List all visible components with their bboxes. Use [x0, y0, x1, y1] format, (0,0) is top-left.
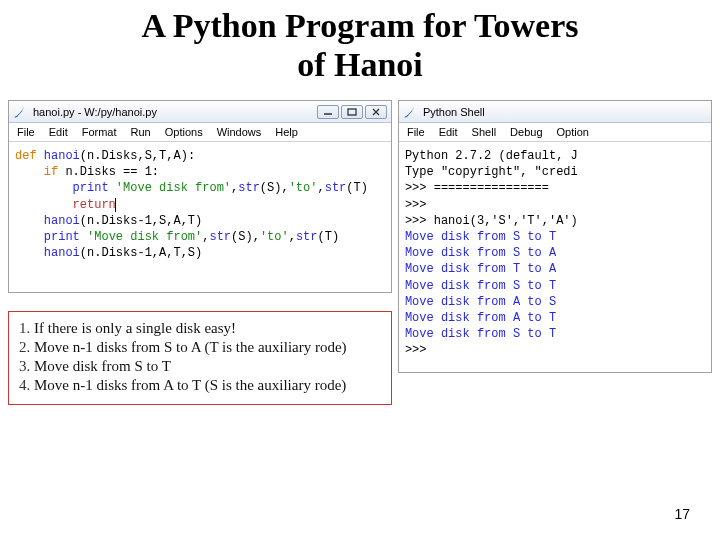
algorithm-box: If there is only a single disk easy! Mov…: [8, 311, 392, 405]
shell-menu-edit[interactable]: Edit: [439, 126, 458, 138]
text-cursor: [115, 198, 116, 212]
shell-menu-shell[interactable]: Shell: [472, 126, 496, 138]
menu-edit[interactable]: Edit: [49, 126, 68, 138]
maximize-button[interactable]: [341, 105, 363, 119]
shell-menu-file[interactable]: File: [407, 126, 425, 138]
title-line-1: A Python Program for Towers: [142, 7, 579, 44]
window-buttons: [317, 105, 387, 119]
algo-step-4: Move n-1 disks from A to T (S is the aux…: [17, 377, 383, 394]
editor-title: hanoi.py - W:/py/hanoi.py: [33, 106, 311, 118]
editor-titlebar: hanoi.py - W:/py/hanoi.py: [9, 101, 391, 123]
menu-run[interactable]: Run: [131, 126, 151, 138]
shell-output-area[interactable]: Python 2.7.2 (default, J Type "copyright…: [399, 142, 711, 372]
app-icon: [403, 105, 417, 119]
shell-out-7: Move disk from S to T: [405, 327, 556, 341]
algo-step-3: Move disk from S to T: [17, 358, 383, 375]
shell-titlebar: Python Shell: [399, 101, 711, 123]
menu-options[interactable]: Options: [165, 126, 203, 138]
shell-banner-2: Type "copyright", "credi: [405, 165, 578, 179]
title-line-2: of Hanoi: [297, 46, 423, 83]
app-icon: [13, 105, 27, 119]
shell-title: Python Shell: [423, 106, 707, 118]
shell-window: Python Shell File Edit Shell Debug Optio…: [398, 100, 712, 373]
menu-windows[interactable]: Windows: [217, 126, 262, 138]
editor-window: hanoi.py - W:/py/hanoi.py File Edit Form…: [8, 100, 392, 293]
algo-step-1: If there is only a single disk easy!: [17, 320, 383, 337]
menu-help[interactable]: Help: [275, 126, 298, 138]
shell-out-6: Move disk from A to T: [405, 311, 556, 325]
slide-title: A Python Program for Towers of Hanoi: [0, 0, 720, 84]
shell-menu-debug[interactable]: Debug: [510, 126, 542, 138]
shell-menubar: File Edit Shell Debug Option: [399, 123, 711, 142]
page-number: 17: [674, 506, 690, 522]
shell-out-3: Move disk from T to A: [405, 262, 556, 276]
menu-format[interactable]: Format: [82, 126, 117, 138]
close-button[interactable]: [365, 105, 387, 119]
editor-code-area[interactable]: def hanoi(n.Disks,S,T,A): if n.Disks == …: [9, 142, 391, 292]
shell-out-2: Move disk from S to A: [405, 246, 556, 260]
shell-call: hanoi(3,'S','T','A'): [434, 214, 578, 228]
algo-step-2: Move n-1 disks from S to A (T is the aux…: [17, 339, 383, 356]
shell-out-1: Move disk from S to T: [405, 230, 556, 244]
shell-out-5: Move disk from A to S: [405, 295, 556, 309]
minimize-button[interactable]: [317, 105, 339, 119]
shell-out-4: Move disk from S to T: [405, 279, 556, 293]
shell-banner-1: Python 2.7.2 (default, J: [405, 149, 578, 163]
svg-rect-1: [348, 109, 356, 115]
shell-menu-option[interactable]: Option: [557, 126, 589, 138]
menu-file[interactable]: File: [17, 126, 35, 138]
editor-menubar: File Edit Format Run Options Windows Hel…: [9, 123, 391, 142]
shell-divider: ================: [434, 181, 549, 195]
